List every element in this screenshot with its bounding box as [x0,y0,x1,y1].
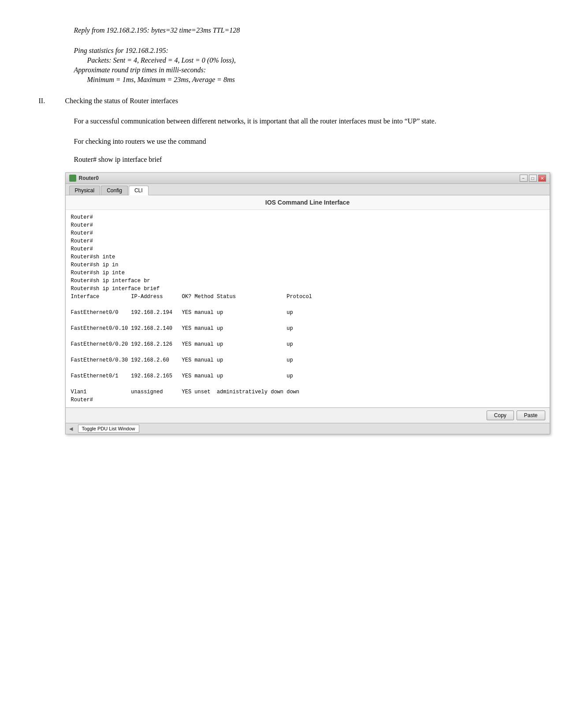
tab-cli[interactable]: CLI [129,186,149,195]
ping-reply-text: Reply from 192.168.2.195: bytes=32 time=… [39,26,524,34]
sim-router-icon [69,175,76,182]
simulator-window: Router0 − □ ✕ Physical Config CLI IOS Co… [65,172,550,434]
ping-stats-block: Ping statistics for 192.168.2.195: Packe… [39,47,524,84]
close-button[interactable]: ✕ [538,175,546,182]
sim-tabs: Physical Config CLI [66,184,550,195]
ping-rtt-header: Approximate round trip times in milli-se… [74,66,524,74]
ping-rtt-values: Minimum = 1ms, Maximum = 23ms, Average =… [74,76,524,84]
toggle-pdu-button[interactable]: Toggle PDU List Window [78,425,139,433]
ping-packets: Packets: Sent = 4, Received = 4, Lost = … [74,56,524,64]
paste-button[interactable]: Paste [517,411,545,420]
sim-footer: Copy Paste [66,407,550,423]
body-text-1: For a successful communication between d… [39,116,524,127]
minimize-button[interactable]: − [520,175,528,182]
copy-button[interactable]: Copy [487,411,514,420]
sim-titlebar-left: Router0 [69,175,99,182]
ping-stats-header: Ping statistics for 192.168.2.195: [74,47,524,55]
sim-statusbar: ◀ Toggle PDU List Window [66,423,550,434]
sim-titlebar: Router0 − □ ✕ [66,173,550,184]
section-header: II. Checking the status of Router interf… [39,97,524,105]
sim-main-label: IOS Command Line Interface [66,195,550,210]
section-number: II. [39,97,65,105]
restore-button[interactable]: □ [529,175,537,182]
command-text: Router# show ip interface brief [39,156,524,164]
section-title: Checking the status of Router interfaces [65,97,178,105]
tab-config[interactable]: Config [101,186,128,195]
tab-physical[interactable]: Physical [69,186,100,195]
sim-titlebar-controls: − □ ✕ [520,175,546,182]
sim-title: Router0 [79,175,99,181]
body-text-2: For checking into routers we use the com… [39,136,524,147]
scroll-left-indicator: ◀ [69,426,73,432]
sim-terminal[interactable]: Router# Router# Router# Router# Router# … [66,210,550,407]
